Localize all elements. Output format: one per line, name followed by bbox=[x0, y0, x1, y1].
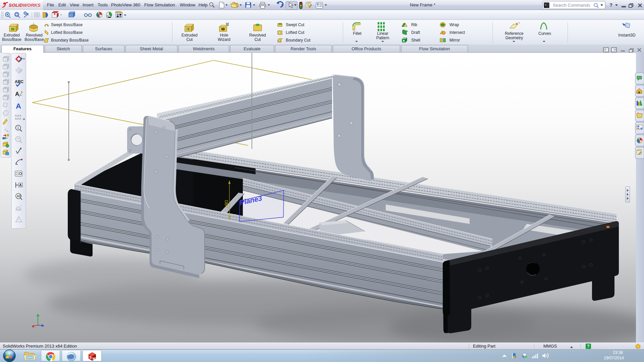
svg-text:1: 1 bbox=[17, 126, 19, 130]
svg-text:!: ! bbox=[515, 356, 516, 358]
svg-text:S: S bbox=[90, 356, 92, 359]
svg-text:AAA: AAA bbox=[15, 117, 21, 120]
svg-text:A: A bbox=[15, 91, 19, 97]
svg-text:W: W bbox=[93, 357, 96, 361]
svg-text:AB: AB bbox=[17, 194, 21, 198]
svg-text:A: A bbox=[16, 102, 21, 110]
svg-text:!?: !? bbox=[17, 137, 20, 141]
svg-text:180: 180 bbox=[223, 200, 229, 208]
svg-text:ABC: ABC bbox=[15, 79, 23, 84]
svg-text:A: A bbox=[19, 183, 22, 187]
svg-text:!: ! bbox=[18, 218, 19, 222]
